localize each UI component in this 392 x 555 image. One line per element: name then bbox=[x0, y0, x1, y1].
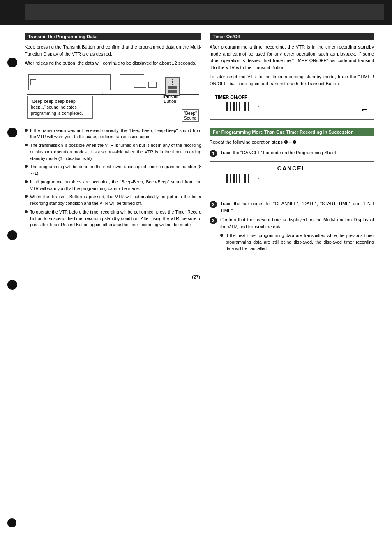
step1-text: Trace the "CANCEL" bar code on the Progr… bbox=[220, 149, 337, 156]
repeat-text: Repeat the following operation steps ❶－❸… bbox=[210, 139, 374, 145]
bullet-text-5: When the Transmit Button is pressed, the… bbox=[30, 194, 201, 207]
bullet-text-4: If all programme numbers are occupied, t… bbox=[30, 179, 201, 192]
page-footer: (27) bbox=[0, 270, 392, 283]
device-icon bbox=[165, 77, 180, 96]
barcode-arrow: → bbox=[254, 103, 261, 110]
bullet-item-6: To operate the VTR before the timer reco… bbox=[25, 209, 201, 228]
step3-number: 3 bbox=[210, 217, 217, 224]
left-para1: Keep pressing the Transmit Button and co… bbox=[25, 44, 201, 57]
cancel-barcode-bars bbox=[226, 174, 249, 183]
main-content: Transmit the Programming Data Keep press… bbox=[0, 25, 392, 262]
step3-item: 3 Confirm that the present time is displ… bbox=[210, 216, 374, 230]
step2-number: 2 bbox=[210, 201, 217, 208]
bullet-item-4: If all programme numbers are occupied, t… bbox=[25, 179, 201, 192]
bullet-dot bbox=[25, 165, 28, 168]
timer-para1: After programming a timer recording, the… bbox=[210, 44, 374, 71]
step3-sub-dot bbox=[220, 234, 223, 237]
step3-sub-bullet: If the next timer programming data are t… bbox=[220, 232, 374, 252]
bullet-dot bbox=[25, 210, 28, 213]
cancel-barcode-left-box bbox=[215, 174, 223, 183]
margin-bullet-1 bbox=[7, 58, 17, 67]
step2-item: 2 Trace the bar codes for "CHANNEL", "DA… bbox=[210, 200, 374, 214]
margin-bullet-4 bbox=[7, 280, 17, 290]
bullet-text-2: The transmission is possible when the VT… bbox=[30, 142, 201, 162]
step3-text: Confirm that the present time is display… bbox=[220, 216, 374, 230]
step3-sub-container: If the next timer programming data are t… bbox=[210, 232, 374, 252]
step1-number: 1 bbox=[210, 150, 217, 157]
bullet-text-6: To operate the VTR before the timer reco… bbox=[30, 209, 201, 228]
bullet-list: If the transmission was not received cor… bbox=[25, 128, 201, 229]
cancel-display-box: CANCEL bbox=[210, 161, 374, 196]
left-column: Transmit the Programming Data Keep press… bbox=[25, 33, 201, 254]
callout-box: "Beep-beep-beep-beep-beep..." sound indi… bbox=[27, 96, 93, 119]
succession-heading: For Programming More Than One Timer Reco… bbox=[210, 128, 374, 136]
margin-bullet-5 bbox=[7, 518, 16, 527]
cancel-label: CANCEL bbox=[215, 165, 369, 172]
bullet-item-3: The programming will be done on the next… bbox=[25, 164, 201, 177]
step2-text: Trace the bar codes for "CHANNEL", "DATE… bbox=[220, 200, 374, 214]
step1-item: 1 Trace the "CANCEL" bar code on the Pro… bbox=[210, 149, 374, 157]
cancel-barcode-arrow: → bbox=[254, 175, 261, 182]
timer-heading: Timer On/Off bbox=[210, 33, 374, 40]
bullet-text-1: If the transmission was not received cor… bbox=[30, 128, 201, 141]
step3-sub-text: If the next timer programming data are t… bbox=[226, 232, 374, 252]
timer-display-title: TIMER ON/OFF bbox=[215, 95, 369, 100]
bullet-item-1: If the transmission was not received cor… bbox=[25, 128, 201, 141]
top-header bbox=[0, 0, 392, 25]
transmit-label: Transmit Button bbox=[162, 94, 178, 104]
page-wrapper: Transmit the Programming Data Keep press… bbox=[0, 0, 392, 300]
vtr-diagram: ↓ "Beep-beep-beep-beep-beep..." sound in… bbox=[25, 71, 201, 124]
top-header-inner bbox=[25, 4, 384, 20]
barcode-left-box bbox=[215, 102, 223, 111]
bullet-item-5: When the Transmit Button is pressed, the… bbox=[25, 194, 201, 207]
bullet-dot bbox=[25, 144, 28, 146]
bullet-item-6-container: To operate the VTR before the timer reco… bbox=[25, 209, 201, 228]
bullet-text-3: The programming will be done on the next… bbox=[30, 164, 201, 177]
margin-bullet-3 bbox=[7, 230, 17, 240]
cancel-barcode-area: → bbox=[215, 174, 369, 183]
bullet-dot bbox=[25, 195, 28, 198]
bullet-item-2: The transmission is possible when the VT… bbox=[25, 142, 201, 162]
timer-para2: To later reset the VTR to the timer reco… bbox=[210, 73, 374, 87]
page-number: 27 bbox=[194, 274, 198, 279]
left-para2: After releasing the button, the data wil… bbox=[25, 60, 201, 67]
beep-label: "Beep" Sound bbox=[182, 109, 199, 122]
left-section-heading: Transmit the Programming Data bbox=[25, 33, 201, 40]
timer-display-box: TIMER ON/OFF bbox=[210, 91, 374, 120]
margin-bullet-2 bbox=[7, 128, 17, 137]
right-column: Timer On/Off After programming a timer r… bbox=[210, 33, 374, 254]
divider bbox=[210, 124, 374, 124]
bullet-dot bbox=[25, 180, 28, 183]
barcode-bars bbox=[226, 102, 249, 111]
corner-bracket: ⌐ bbox=[362, 105, 367, 114]
bullet-dot bbox=[25, 129, 28, 132]
barcode-area: → bbox=[215, 102, 369, 111]
